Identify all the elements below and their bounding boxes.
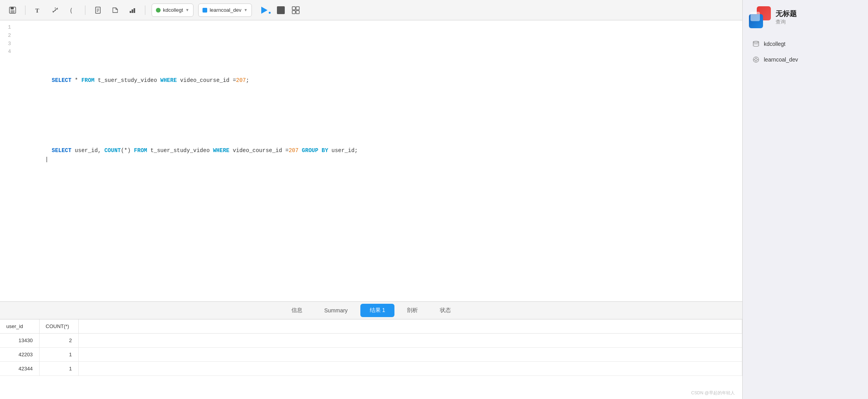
code-line-4: SELECT user_id, COUNT(*) FROM t_suer_stu…: [19, 138, 742, 164]
tab-summary[interactable]: Summary: [315, 304, 357, 317]
code-content[interactable]: SELECT * FROM t_suer_study_video WHERE v…: [16, 24, 742, 298]
bottom-tabs: 信息 Summary 结果 1 剖析 状态: [0, 301, 742, 319]
svg-rect-15: [132, 9, 133, 13]
svg-point-24: [755, 58, 757, 61]
svg-rect-18: [296, 7, 299, 10]
split-button[interactable]: [289, 4, 302, 16]
svg-point-21: [753, 41, 759, 43]
col-header-empty: [78, 319, 742, 334]
app-subtitle: 查询: [776, 18, 797, 25]
tab-profile[interactable]: 剖析: [398, 304, 427, 317]
tab-info[interactable]: 信息: [282, 304, 312, 317]
svg-point-8: [55, 9, 56, 11]
db2-selector[interactable]: learncoal_dev ▼: [198, 4, 252, 17]
connection-icon-1: [752, 40, 760, 48]
app-icon: [749, 6, 771, 28]
svg-rect-1: [11, 7, 14, 9]
app-name: 无标题: [776, 9, 797, 18]
toolbar: T ( ): [0, 0, 742, 20]
svg-rect-2: [11, 10, 14, 13]
connection-icon-2: [752, 56, 760, 63]
cell-user-id-2: 42203: [0, 347, 39, 361]
app-logo-area: 无标题 查询: [749, 6, 862, 28]
connection-list: kdcollegt learncoal_dev: [749, 38, 862, 66]
svg-rect-19: [292, 11, 295, 14]
save-icon[interactable]: [6, 4, 19, 16]
divider-1: [25, 5, 25, 15]
sidebar-label-learncoal: learncoal_dev: [764, 56, 798, 63]
svg-rect-14: [130, 11, 131, 13]
cell-user-id-1: 13430: [0, 333, 39, 347]
cell-count-2: 1: [39, 347, 78, 361]
app-title-block: 无标题 查询: [776, 9, 797, 25]
sidebar-label-kdcollegt: kdcollegt: [764, 41, 785, 47]
divider-2: [85, 5, 85, 15]
results-table: user_id COUNT(*) 13430 2 42203 1 42344: [0, 319, 742, 399]
magic-icon[interactable]: [49, 4, 61, 16]
table-row-empty: [0, 375, 742, 399]
tab-result1[interactable]: 结果 1: [360, 304, 395, 317]
cell-empty-1: [78, 333, 742, 347]
code-line-3: [19, 111, 742, 120]
code-line-1: [19, 41, 742, 50]
code-line-2: SELECT * FROM t_suer_study_video WHERE v…: [19, 67, 742, 94]
col-header-count: COUNT(*): [39, 319, 78, 334]
cell-empty-2: [78, 347, 742, 361]
cell-empty-3: [78, 361, 742, 375]
sidebar-item-learncoal[interactable]: learncoal_dev: [749, 53, 862, 66]
watermark: CSDN @早起的年轻人: [691, 390, 735, 396]
cell-user-id-3: 42344: [0, 361, 39, 375]
svg-text:T: T: [35, 7, 39, 14]
cursor-icon[interactable]: [109, 4, 121, 16]
cell-count-3: 1: [39, 361, 78, 375]
svg-rect-16: [134, 8, 135, 13]
svg-rect-20: [296, 11, 299, 14]
code-editor[interactable]: 1 2 3 4 SELECT * FROM t_suer_study_video…: [0, 20, 742, 301]
stop-button[interactable]: [277, 6, 285, 14]
db1-selector[interactable]: kdcollegt ▼: [152, 4, 193, 17]
text-format-icon[interactable]: T: [32, 4, 44, 16]
svg-rect-17: [292, 7, 295, 10]
sidebar: 无标题 查询 kdcollegt: [743, 0, 868, 399]
table-row: 13430 2: [0, 333, 742, 347]
run-button[interactable]: [257, 4, 272, 17]
sidebar-item-kdcollegt[interactable]: kdcollegt: [749, 38, 862, 50]
line-numbers: 1 2 3 4: [0, 24, 16, 298]
table-row: 42344 1: [0, 361, 742, 375]
doc-icon[interactable]: [92, 4, 104, 16]
results-area: user_id COUNT(*) 13430 2 42203 1 42344: [0, 319, 742, 399]
paren-icon[interactable]: ( ): [66, 4, 79, 16]
tab-status[interactable]: 状态: [430, 304, 460, 317]
cell-count-1: 2: [39, 333, 78, 347]
divider-3: [145, 5, 145, 15]
svg-text:( ): ( ): [69, 7, 76, 14]
chart-icon[interactable]: [126, 4, 139, 16]
col-header-user-id: user_id: [0, 319, 39, 334]
table-row: 42203 1: [0, 347, 742, 361]
